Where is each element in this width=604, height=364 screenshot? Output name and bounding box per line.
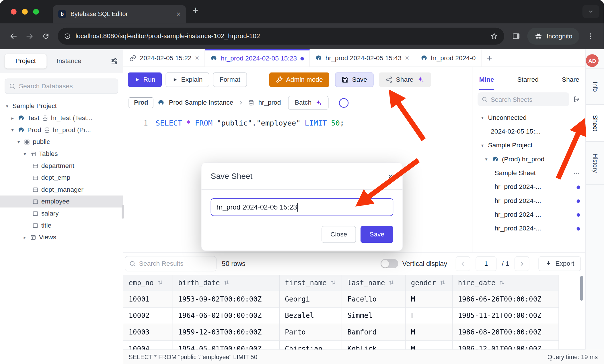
share-button[interactable]: Share	[379, 72, 431, 87]
tree-item-employee[interactable]: employee	[0, 195, 123, 208]
minimize-window-button[interactable]	[22, 9, 28, 15]
sheet-tab-1-active[interactable]: hr_prod 2024-02-05 15:23	[205, 49, 310, 66]
sheet-item[interactable]: 2024-02-05 15:...	[473, 125, 585, 138]
caret-down-icon[interactable]: ▾	[16, 139, 21, 144]
table-row[interactable]: 100021964-06-02T00:00:00ZBezalelSimmelF1…	[123, 307, 559, 324]
more-actions-icon[interactable]	[573, 170, 580, 177]
results-search-input[interactable]	[139, 260, 212, 268]
explain-button[interactable]: Explain	[166, 72, 209, 87]
close-tab-icon[interactable]: ×	[405, 54, 409, 62]
dialog-close-button[interactable]: Close	[322, 226, 356, 243]
caret-right-icon[interactable]: ▸	[22, 235, 27, 240]
caret-down-icon[interactable]: ▾	[10, 127, 15, 133]
sort-icon[interactable]	[499, 279, 505, 285]
add-sheet-tab-button[interactable]: +	[481, 49, 497, 66]
tab-mine[interactable]: Mine	[479, 69, 494, 90]
instance-name[interactable]: Prod Sample Instance	[169, 99, 233, 107]
vertical-display-toggle[interactable]	[381, 259, 398, 268]
caret-down-icon[interactable]: ▾	[5, 103, 9, 109]
sheet-search[interactable]	[478, 92, 569, 106]
reload-button[interactable]	[38, 28, 54, 44]
sheet-item[interactable]: hr_prod 2024-...	[473, 180, 585, 194]
caret-down-icon[interactable]: ▾	[480, 115, 485, 121]
results-search[interactable]	[125, 256, 217, 271]
sort-icon[interactable]	[223, 279, 229, 285]
column-header[interactable]: hire_date	[452, 275, 559, 291]
column-header[interactable]: gender	[405, 275, 452, 291]
tree-item-views[interactable]: ▸ Views	[0, 231, 123, 243]
sheet-group-database[interactable]: ▾ (Prod) hr_prod	[473, 152, 585, 166]
sort-icon[interactable]	[157, 279, 163, 285]
tree-item-schema-public[interactable]: ▾ public	[0, 136, 123, 148]
tree-item-tables[interactable]: ▾ Tables	[0, 148, 123, 160]
browser-menu-button[interactable]	[582, 28, 599, 44]
format-button[interactable]: Format	[213, 72, 247, 87]
sort-icon[interactable]	[439, 279, 445, 285]
column-header[interactable]: first_name	[279, 275, 342, 291]
tab-project[interactable]: Project	[5, 54, 46, 69]
database-name[interactable]: hr_prod	[258, 99, 281, 107]
close-tab-icon[interactable]: ×	[176, 10, 181, 18]
collapse-panel-icon[interactable]	[573, 95, 581, 103]
sheet-item[interactable]: hr_prod 2024-...	[473, 222, 585, 236]
table-row[interactable]: 100031959-12-03T00:00:00ZPartoBamfordM19…	[123, 324, 559, 340]
environment-chip[interactable]: Prod	[129, 97, 154, 108]
caret-down-icon[interactable]: ▾	[480, 143, 485, 148]
user-avatar[interactable]: AD	[586, 54, 599, 67]
tree-item-dept-manager[interactable]: dept_manager	[0, 184, 123, 196]
caret-down-icon[interactable]: ▾	[22, 151, 27, 156]
filter-sliders-icon[interactable]	[110, 57, 118, 65]
dialog-save-button[interactable]: Save	[361, 226, 393, 243]
rail-tab-history[interactable]: History	[586, 142, 604, 185]
sort-icon[interactable]	[330, 279, 336, 285]
tree-item-title[interactable]: title	[0, 220, 123, 232]
back-button[interactable]	[5, 28, 22, 44]
sheet-tab-2[interactable]: hr_prod 2024-02-05 15:43 ×	[310, 49, 415, 66]
tree-item-dept-emp[interactable]: dept_emp	[0, 172, 123, 184]
save-button[interactable]: Save	[335, 72, 374, 87]
tab-search-button[interactable]	[582, 5, 599, 18]
page-number-input[interactable]	[476, 256, 497, 271]
bookmark-star-icon[interactable]	[490, 32, 498, 40]
column-header[interactable]: emp_no	[123, 275, 173, 291]
sheet-search-input[interactable]	[491, 96, 566, 103]
table-row[interactable]: 100041954-05-01T00:00:00ZChirstianKoblic…	[123, 340, 559, 349]
close-tab-icon[interactable]: ×	[195, 54, 199, 62]
run-button[interactable]: Run	[128, 72, 162, 87]
side-panel-button[interactable]	[508, 28, 524, 44]
dialog-close-icon[interactable]: ×	[388, 171, 393, 181]
new-tab-button[interactable]: +	[193, 5, 199, 16]
sheet-tab-3[interactable]: hr_prod 2024-0	[415, 49, 481, 66]
sheet-item[interactable]: hr_prod 2024-...	[473, 208, 585, 222]
forward-button[interactable]	[22, 28, 38, 44]
sheet-item[interactable]: Sample Sheet	[473, 166, 585, 180]
tree-item-test-instance[interactable]: ▸ Test hr_test (Test...	[0, 112, 123, 124]
database-search[interactable]	[5, 79, 118, 94]
next-page-button[interactable]	[515, 256, 529, 271]
batch-button[interactable]: Batch	[288, 96, 328, 109]
caret-down-icon[interactable]: ▾	[484, 157, 489, 162]
database-search-input[interactable]	[19, 82, 114, 90]
table-scrollbar[interactable]	[580, 276, 583, 301]
admin-mode-button[interactable]: Admin mode	[269, 72, 329, 87]
sheet-name-input[interactable]: hr_prod 2024-02-05 15:23	[211, 198, 393, 216]
tab-instance[interactable]: Instance	[50, 54, 87, 69]
sidebar-resize-handle[interactable]	[122, 205, 124, 218]
sheet-group-project[interactable]: ▾ Sample Project	[473, 138, 585, 152]
prev-page-button[interactable]	[456, 256, 470, 271]
column-header[interactable]: birth_date	[173, 275, 279, 291]
rail-tab-info[interactable]: Info	[586, 69, 604, 105]
caret-right-icon[interactable]: ▸	[10, 115, 15, 121]
tree-item-prod-instance[interactable]: ▾ Prod hr_prod (Pr...	[0, 124, 123, 136]
rail-tab-sheet[interactable]: Sheet	[586, 105, 604, 142]
browser-tab[interactable]: b Bytebase SQL Editor ×	[53, 5, 186, 23]
site-info-icon[interactable]	[64, 33, 71, 40]
tab-starred[interactable]: Starred	[517, 69, 539, 90]
tree-item-department[interactable]: department	[0, 160, 123, 172]
zoom-window-button[interactable]	[33, 9, 39, 15]
tree-item-sample-project[interactable]: ▾ Sample Project	[0, 100, 123, 112]
sheet-group-unconnected[interactable]: ▾ Unconnected	[473, 111, 585, 125]
address-bar[interactable]: localhost:8080/sql-editor/prod-sample-in…	[58, 28, 504, 45]
sheet-item[interactable]: hr_prod 2024-...	[473, 194, 585, 208]
column-header[interactable]: last_name	[342, 275, 406, 291]
